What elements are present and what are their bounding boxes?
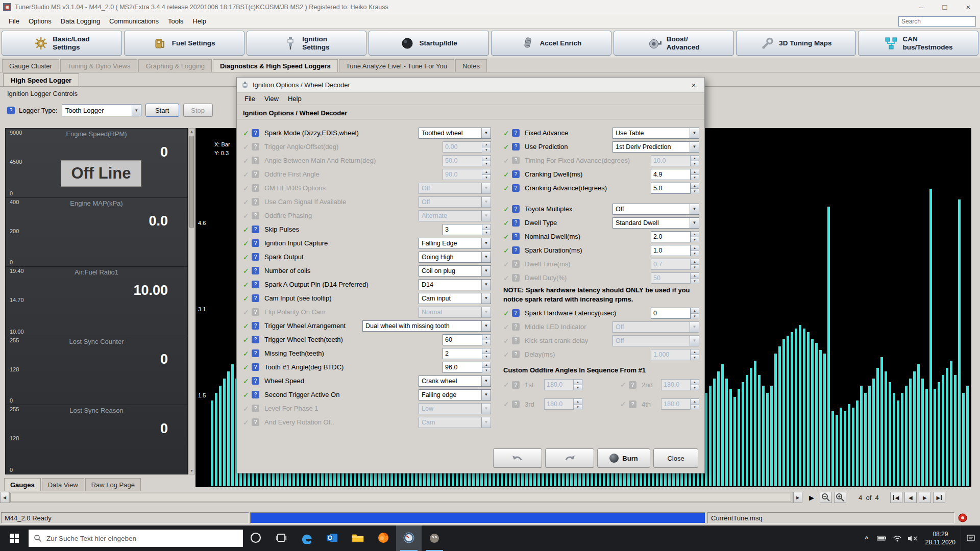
scroll-down-icon[interactable]: ▼ (189, 468, 194, 474)
spinner-up-icon[interactable]: ▲ (691, 273, 699, 279)
spinner-up-icon[interactable]: ▲ (482, 142, 491, 147)
title-bar[interactable]: TunerStudio MS v3.1.04 - M44_2.0 ( MS2/E… (0, 0, 980, 14)
info-icon[interactable]: ? (252, 349, 259, 357)
trigger-wheel-arrangement-select[interactable]: Dual wheel with missing tooth▼ (362, 320, 491, 332)
dialog-close-action-button[interactable]: Close (653, 448, 698, 468)
info-icon[interactable]: ? (252, 363, 259, 371)
dialog-menu-view[interactable]: View (260, 93, 283, 105)
tab-tune-analyze-live-tune-for-you[interactable]: Tune Analyze Live! - Tune For You (339, 59, 454, 72)
tray-expand-icon[interactable]: ^ (859, 525, 874, 551)
info-icon[interactable]: ? (252, 239, 259, 247)
info-icon[interactable]: ? (512, 233, 520, 240)
info-icon[interactable]: ? (252, 281, 259, 288)
info-icon[interactable]: ? (512, 246, 520, 254)
dialog-menu-help[interactable]: Help (283, 93, 306, 105)
tab-tuning-dyno-views[interactable]: Tuning & Dyno Views (60, 59, 138, 72)
taskbar-app-firefox[interactable] (371, 525, 396, 551)
info-icon[interactable]: ? (512, 309, 520, 317)
info-icon[interactable]: ? (512, 274, 520, 282)
tab-diagnostics-high-speed-loggers[interactable]: Diagnostics & High Speed Loggers (213, 59, 338, 72)
info-icon[interactable]: ? (252, 212, 259, 219)
info-icon[interactable]: ? (512, 170, 520, 178)
first-page-button[interactable]: ◀ (890, 492, 902, 503)
menu-help[interactable]: Help (188, 15, 211, 27)
spinner-up-icon[interactable]: ▲ (691, 245, 699, 251)
info-icon[interactable]: ? (512, 350, 520, 358)
tab-gauge-cluster[interactable]: Gauge Cluster (2, 59, 59, 72)
scrollbar-thumb[interactable] (189, 136, 194, 228)
stop-button[interactable]: Stop (183, 104, 213, 117)
spinner-up-icon[interactable]: ▲ (482, 169, 491, 175)
spinner-up-icon[interactable]: ▲ (482, 156, 491, 161)
spinner-down-icon[interactable]: ▼ (691, 237, 699, 242)
taskbar-app-taskview[interactable] (268, 525, 294, 551)
close-button[interactable]: × (957, 0, 980, 14)
info-icon[interactable]: ? (512, 400, 520, 408)
logger-type-info-icon[interactable]: ? (7, 107, 15, 114)
tab-high-speed-logger[interactable]: High Speed Logger (3, 73, 79, 86)
spinner-down-icon[interactable]: ▼ (482, 161, 491, 166)
spinner-down-icon[interactable]: ▼ (691, 175, 699, 180)
cam-input-see-tooltip-select[interactable]: Cam input▼ (419, 293, 491, 304)
ignition-input-capture-select[interactable]: Falling Edge▼ (419, 238, 491, 249)
info-icon[interactable]: ? (512, 337, 520, 344)
spinner-down-icon[interactable]: ▼ (691, 251, 699, 256)
trigger-wheel-teeth-teeth-spinner[interactable]: 60▲▼ (443, 334, 491, 345)
spinner-up-icon[interactable]: ▲ (482, 362, 491, 368)
info-icon[interactable]: ? (252, 253, 259, 261)
menu-file[interactable]: File (4, 15, 24, 27)
toolbar-button-boost-advanced[interactable]: Boost/Advanced (614, 31, 734, 56)
toolbar-button-basic-load-settings[interactable]: Basic/LoadSettings (2, 31, 122, 56)
scroll-left-icon[interactable]: ◀ (0, 492, 9, 503)
last-page-button[interactable]: ▶ (933, 492, 945, 503)
info-icon[interactable]: ? (252, 184, 259, 192)
info-icon[interactable]: ? (512, 381, 520, 389)
menu-options[interactable]: Options (24, 15, 56, 27)
toolbar-button-startup-idle[interactable]: Startup/Idle (369, 31, 489, 56)
menu-data-logging[interactable]: Data Logging (56, 15, 105, 27)
tab-data-view[interactable]: Data View (42, 478, 84, 491)
spinner-down-icon[interactable]: ▼ (482, 147, 491, 153)
missing-teeth-teeth-spinner[interactable]: 2▲▼ (443, 348, 491, 359)
maximize-button[interactable]: □ (933, 0, 957, 14)
spark-hardware-latency-usec-spinner[interactable]: 0▲▼ (651, 308, 699, 319)
spinner-down-icon[interactable]: ▼ (482, 340, 491, 345)
zoom-out-button[interactable] (820, 492, 832, 503)
toolbar-button-accel-enrich[interactable]: Accel Enrich (491, 31, 611, 56)
burn-button[interactable]: Burn (597, 448, 650, 468)
battery-icon[interactable] (874, 525, 890, 551)
taskbar-app-tunerstudio[interactable] (396, 525, 422, 551)
nominal-dwell-ms-spinner[interactable]: 2.0▲▼ (651, 231, 699, 242)
logger-type-select[interactable]: Tooth Logger ▼ (62, 104, 141, 116)
taskbar-search-box[interactable]: Zur Suche Text hier eingeben (29, 530, 243, 547)
spinner-up-icon[interactable]: ▲ (482, 335, 491, 340)
info-icon[interactable]: ? (512, 143, 520, 151)
spark-mode-dizzy-edis-wheel-select[interactable]: Toothed wheel▼ (419, 128, 491, 139)
info-icon[interactable]: ? (252, 129, 259, 137)
spinner-down-icon[interactable]: ▼ (691, 314, 699, 319)
h-scrollbar-thumb[interactable] (10, 493, 791, 502)
dialog-menu-file[interactable]: File (240, 93, 260, 105)
toolbar-button-fuel-settings[interactable]: Fuel Settings (124, 31, 244, 56)
spinner-down-icon[interactable]: ▼ (482, 230, 491, 235)
spinner-up-icon[interactable]: ▲ (691, 308, 699, 314)
info-icon[interactable]: ? (512, 219, 520, 227)
second-trigger-active-on-select[interactable]: Falling edge▼ (419, 389, 491, 400)
info-icon[interactable]: ? (252, 157, 259, 164)
info-icon[interactable]: ? (252, 377, 259, 385)
info-icon[interactable]: ? (252, 391, 259, 398)
toolbar-button-ignition-settings[interactable]: IgnitionSettings (247, 31, 367, 56)
info-icon[interactable]: ? (512, 184, 520, 192)
menu-tools[interactable]: Tools (163, 15, 188, 27)
spinner-down-icon[interactable]: ▼ (691, 189, 699, 194)
spinner-down-icon[interactable]: ▼ (691, 355, 699, 360)
spinner-up-icon[interactable]: ▲ (691, 156, 699, 161)
info-icon[interactable]: ? (252, 322, 259, 330)
spinner-up-icon[interactable]: ▲ (691, 259, 699, 265)
info-icon[interactable]: ? (512, 260, 520, 268)
toyota-multiplex-select[interactable]: Off▼ (612, 204, 699, 215)
fixed-advance-select[interactable]: Use Table▼ (612, 128, 699, 139)
toolbar-button-3d-tuning-maps[interactable]: 3D Tuning Maps (736, 31, 856, 56)
action-center-icon[interactable] (961, 525, 980, 551)
prev-page-button[interactable]: ◀ (904, 492, 917, 503)
